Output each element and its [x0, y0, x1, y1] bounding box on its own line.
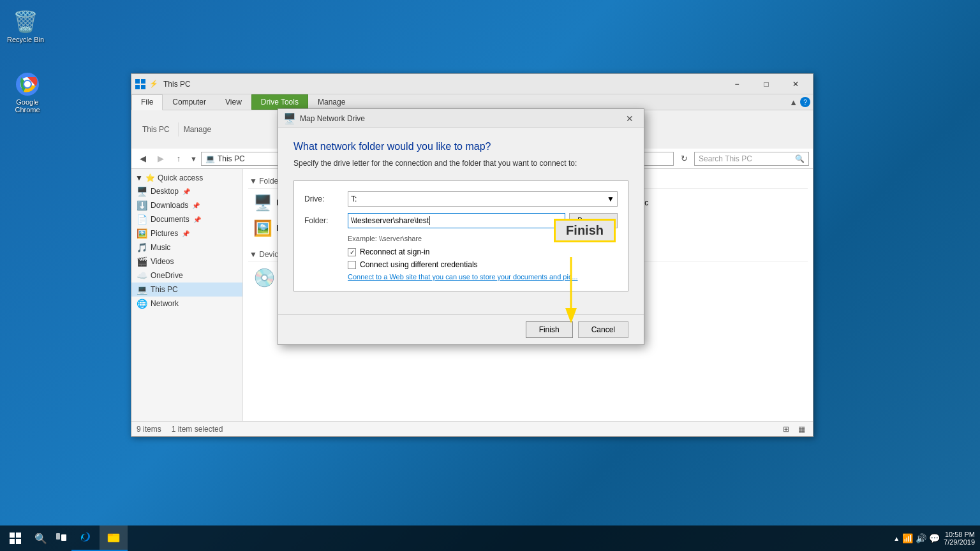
svg-rect-14: [56, 533, 60, 540]
taskbar-task-view-button[interactable]: [51, 525, 71, 551]
taskbar-right: ▲ 📶 🔊 💬 10:58 PM 7/29/2019: [893, 531, 980, 546]
finish-button[interactable]: Finish: [526, 321, 573, 338]
taskbar-explorer-app[interactable]: [100, 525, 128, 551]
start-button[interactable]: [0, 525, 31, 551]
folder-input-row: \\testeserver\share\test ▼ Browse...: [348, 213, 618, 228]
drive-value: T:: [351, 195, 357, 203]
taskbar-search-button[interactable]: 🔍: [31, 525, 51, 551]
svg-rect-17: [108, 534, 113, 536]
different-credentials-label: Connect using different credentials: [360, 260, 478, 269]
taskbar: 🔍 ▲ 📶 🔊 💬: [0, 525, 980, 551]
dialog-overlay: 🖥️ Map Network Drive ✕ What network fold…: [0, 0, 980, 551]
folder-value: \\testeserver\share\test: [351, 216, 429, 225]
network-status-icon[interactable]: 📶: [902, 533, 913, 543]
reconnect-label: Reconnect at sign-in: [360, 247, 429, 256]
volume-icon[interactable]: 🔊: [916, 533, 926, 543]
dialog-description: Specify the drive letter for the connect…: [293, 159, 628, 168]
dialog-title: Map Network Drive: [300, 114, 621, 123]
date-display: 7/29/2019: [944, 538, 975, 546]
svg-rect-11: [16, 533, 21, 538]
drive-row: Drive: T: ▼: [304, 191, 618, 207]
dialog-icon: 🖥️: [283, 112, 296, 124]
taskbar-edge-app[interactable]: [71, 525, 100, 551]
taskbar-clock[interactable]: 10:58 PM 7/29/2019: [944, 531, 975, 546]
reconnect-checkbox[interactable]: [348, 248, 356, 256]
folder-dropdown-icon: ▼: [555, 216, 563, 225]
dialog-close-button[interactable]: ✕: [621, 110, 639, 128]
text-cursor: [429, 216, 430, 225]
desktop: 🗑️ Recycle Bin Google Chrome: [0, 0, 980, 551]
svg-rect-10: [10, 533, 15, 538]
dialog-form: Drive: T: ▼ Folder: \\testeserver\share\…: [293, 180, 628, 291]
reconnect-row[interactable]: Reconnect at sign-in: [348, 247, 618, 256]
system-icons: ▲ 📶 🔊 💬: [893, 533, 940, 543]
map-network-drive-dialog: 🖥️ Map Network Drive ✕ What network fold…: [278, 108, 644, 345]
different-credentials-checkbox[interactable]: [348, 261, 356, 269]
drive-select[interactable]: T: ▼: [348, 191, 618, 207]
dialog-footer: Finish Cancel: [278, 314, 644, 344]
dialog-body: What network folder would you like to ma…: [278, 128, 644, 314]
drive-dropdown-icon: ▼: [607, 195, 614, 203]
folder-label: Folder:: [304, 216, 343, 225]
notification-icon[interactable]: 💬: [929, 533, 940, 543]
web-site-link[interactable]: Connect to a Web site that you can use t…: [348, 273, 618, 281]
drive-label: Drive:: [304, 195, 343, 203]
dialog-heading: What network folder would you like to ma…: [293, 141, 628, 152]
dialog-titlebar: 🖥️ Map Network Drive ✕: [278, 109, 644, 128]
folder-input[interactable]: \\testeserver\share\test ▼: [348, 213, 565, 228]
folder-example: Example: \\server\share: [348, 235, 618, 242]
folder-row: Folder: \\testeserver\share\test ▼ Brows…: [304, 213, 618, 228]
svg-rect-12: [10, 539, 15, 544]
time-display: 10:58 PM: [945, 531, 975, 538]
svg-rect-13: [16, 539, 21, 544]
cancel-button[interactable]: Cancel: [578, 321, 628, 338]
different-creds-row[interactable]: Connect using different credentials: [348, 260, 618, 269]
chevron-up-icon[interactable]: ▲: [893, 535, 900, 542]
svg-rect-15: [61, 534, 66, 541]
browse-button[interactable]: Browse...: [569, 213, 618, 228]
